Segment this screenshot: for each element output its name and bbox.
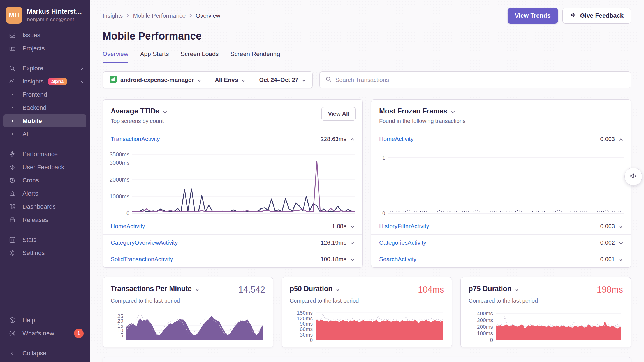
- sidebar-item-help[interactable]: Help: [3, 314, 86, 327]
- tab-overview[interactable]: Overview: [103, 50, 128, 62]
- p50-area-chart: 150ms120ms90ms60ms30ms0: [290, 308, 444, 342]
- svg-text:400ms: 400ms: [477, 310, 493, 316]
- transaction-link[interactable]: CategoriesActivity: [379, 239, 426, 246]
- sidebar-item-label: Issues: [22, 32, 40, 39]
- chevron-down-icon: [515, 285, 519, 293]
- sidebar-item-whats-new[interactable]: What's new 1: [3, 327, 86, 340]
- environment-selector[interactable]: All Envs: [208, 72, 252, 88]
- expand-row-chevron-down-icon[interactable]: [619, 223, 623, 229]
- p50-title-dropdown[interactable]: p50 Duration: [290, 285, 340, 293]
- tab-app-starts[interactable]: App Starts: [140, 50, 169, 62]
- svg-text:3500ms: 3500ms: [110, 151, 129, 157]
- sidebar-item-user-feedback[interactable]: User Feedback: [3, 161, 86, 174]
- user-menu[interactable]: MH Markus Hinterst… benjamin.coe@sent…: [0, 5, 90, 27]
- sidebar-item-mobile[interactable]: Mobile: [3, 114, 86, 127]
- ttid-row-category-overview-activity: CategoryOverviewActivity 126.19ms: [103, 234, 362, 251]
- average-ttids-panel: Average TTIDs Top screens by count View …: [103, 99, 363, 268]
- p75-area-chart: 400ms300ms200ms100ms0: [469, 308, 623, 342]
- alpha-badge: alpha: [48, 78, 67, 85]
- average-ttids-title-dropdown[interactable]: Average TTIDs: [111, 107, 355, 115]
- sidebar-item-releases[interactable]: Releases: [3, 213, 86, 226]
- table-header-row: ★ TRANSACTION OPERATION PROJECT TPM ↓ SL…: [103, 357, 631, 362]
- tpm-panel: Transactions Per Minute 14.542 Compared …: [103, 277, 273, 347]
- give-feedback-button[interactable]: Give Feedback: [562, 8, 631, 24]
- svg-text:2000ms: 2000ms: [110, 177, 129, 183]
- tpm-title-dropdown[interactable]: Transactions Per Minute: [111, 285, 199, 293]
- search-input[interactable]: [335, 76, 625, 83]
- sidebar-item-label: Frontend: [22, 91, 47, 98]
- sidebar-item-alerts[interactable]: Alerts: [3, 187, 86, 200]
- sidebar-item-projects[interactable]: Projects: [3, 42, 86, 55]
- svg-text:1: 1: [382, 155, 385, 161]
- sidebar-item-performance[interactable]: Performance: [3, 147, 86, 161]
- sidebar-item-ai[interactable]: AI: [3, 127, 86, 141]
- sidebar-item-explore[interactable]: Explore: [3, 62, 86, 75]
- sidebar-item-label: Collapse: [22, 350, 47, 357]
- sidebar-item-insights[interactable]: Insights alpha: [3, 75, 86, 88]
- page-filter-bar: android-expense-manager All Envs Oct 24–…: [103, 71, 313, 88]
- expand-row-chevron-down-icon[interactable]: [350, 223, 355, 229]
- breadcrumb-mobile-performance[interactable]: Mobile Performance: [133, 12, 186, 19]
- svg-text:30ms: 30ms: [300, 332, 312, 338]
- sidebar-collapse-button[interactable]: Collapse: [3, 347, 86, 360]
- expand-row-chevron-down-icon[interactable]: [350, 239, 355, 246]
- collapse-row-chevron-up-icon[interactable]: [350, 136, 355, 142]
- give-feedback-label: Give Feedback: [580, 12, 624, 19]
- transaction-link[interactable]: TransactionActivity: [111, 136, 160, 142]
- transaction-link[interactable]: CategoryOverviewActivity: [111, 239, 178, 246]
- expand-row-chevron-down-icon[interactable]: [619, 239, 623, 246]
- svg-text:5: 5: [120, 332, 123, 338]
- row-value: 100.18ms: [321, 256, 346, 263]
- sidebar-item-issues[interactable]: Issues: [3, 29, 86, 42]
- chevron-down-icon: [163, 107, 167, 115]
- date-range-selector[interactable]: Oct 24–Oct 27: [252, 72, 312, 88]
- most-frozen-frames-title-dropdown[interactable]: Most Frozen Frames: [379, 107, 623, 115]
- sidebar-item-stats[interactable]: Stats: [3, 233, 86, 246]
- ttid-row-solid-transaction-activity: SolidTransactionActivity 100.18ms: [103, 251, 362, 267]
- chevron-right-icon: [126, 12, 129, 19]
- frozen-row-categories-activity: CategoriesActivity 0.002: [371, 234, 631, 251]
- transaction-link[interactable]: HistoryFilterActivity: [379, 223, 429, 229]
- tab-screen-rendering[interactable]: Screen Rendering: [230, 50, 280, 62]
- broadcast-icon: [8, 329, 16, 337]
- svg-text:0: 0: [126, 210, 129, 215]
- sidebar-item-dashboards[interactable]: Dashboards: [3, 200, 86, 213]
- sidebar-item-label: What's new: [22, 330, 54, 337]
- tab-screen-loads[interactable]: Screen Loads: [180, 50, 219, 62]
- p75-title-dropdown[interactable]: p75 Duration: [469, 285, 519, 293]
- view-trends-button[interactable]: View Trends: [508, 8, 558, 24]
- siren-icon: [8, 190, 16, 198]
- project-selector[interactable]: android-expense-manager: [103, 72, 208, 88]
- panel-subtitle: Compared to the last period: [290, 298, 444, 304]
- sidebar-item-backend[interactable]: Backend: [3, 101, 86, 114]
- transaction-link[interactable]: HomeActivity: [379, 136, 414, 142]
- collapse-row-chevron-up-icon[interactable]: [619, 136, 623, 142]
- page-title: Mobile Performance: [103, 30, 631, 42]
- svg-text:0: 0: [490, 337, 493, 342]
- chevron-down-icon: [336, 285, 340, 293]
- frozen-row-search-activity: SearchActivity 0.001: [371, 251, 631, 267]
- expand-row-chevron-down-icon[interactable]: [350, 256, 355, 263]
- expand-row-chevron-down-icon[interactable]: [619, 256, 623, 263]
- stats-icon: [8, 236, 16, 244]
- transaction-link[interactable]: HomeActivity: [111, 223, 145, 229]
- floating-feedback-button[interactable]: [624, 168, 642, 185]
- svg-text:120ms: 120ms: [297, 315, 313, 321]
- sidebar-item-crons[interactable]: Crons: [3, 174, 86, 187]
- chevron-down-icon: [197, 76, 201, 83]
- sidebar-item-label: AI: [22, 131, 28, 138]
- bullet-icon: [8, 94, 16, 95]
- chevron-down-icon: [241, 76, 245, 83]
- svg-text:0: 0: [310, 337, 313, 342]
- view-all-button[interactable]: View All: [321, 107, 356, 121]
- panel-subtitle: Found in the following transactions: [379, 118, 623, 124]
- breadcrumb-insights[interactable]: Insights: [103, 12, 123, 19]
- search-icon: [325, 76, 332, 84]
- transaction-link[interactable]: SolidTransactionActivity: [111, 256, 173, 263]
- project-selector-value: android-expense-manager: [120, 76, 194, 83]
- sidebar-item-settings[interactable]: Settings: [3, 246, 86, 259]
- transaction-link[interactable]: SearchActivity: [379, 256, 416, 263]
- sidebar-item-frontend[interactable]: Frontend: [3, 88, 86, 101]
- sidebar-item-label: Settings: [22, 249, 45, 257]
- android-project-icon: [110, 76, 117, 84]
